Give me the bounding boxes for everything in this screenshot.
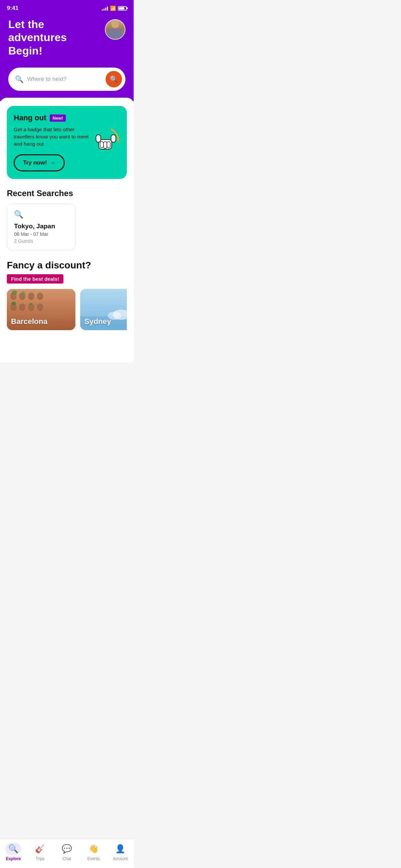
discount-section: Fancy a discount? Find the best deals!	[0, 250, 134, 331]
hangout-title: Hang out	[14, 113, 46, 122]
deal-barcelona-name: Barcelona	[11, 317, 47, 326]
battery-icon	[118, 6, 127, 11]
deal-card-barcelona[interactable]: Barcelona	[7, 289, 75, 330]
search-icon-left: 🔍	[15, 75, 24, 83]
card-dates: 06 Mar - 07 Mar	[14, 231, 68, 237]
search-placeholder[interactable]: Where to next?	[27, 76, 102, 83]
search-button[interactable]: 🔍	[106, 71, 122, 87]
svg-point-19	[29, 303, 33, 305]
svg-rect-2	[111, 135, 116, 142]
signal-icon	[102, 6, 108, 11]
hangout-banner: Hang out New! Get a badge that lets othe…	[7, 106, 127, 179]
avatar[interactable]	[105, 19, 125, 40]
search-bar[interactable]: 🔍 Where to next? 🔍	[8, 68, 125, 91]
hangout-description: Get a badge that lets other travellers k…	[14, 126, 89, 147]
deals-scroll[interactable]: Barcelona	[7, 289, 127, 331]
recent-search-card[interactable]: 🔍 Tokyo, Japan 06 Mar - 07 Mar 2 Guests	[7, 204, 75, 250]
svg-rect-10	[28, 292, 34, 300]
svg-point-16	[12, 290, 17, 294]
search-submit-icon: 🔍	[110, 75, 118, 83]
search-section: 🔍 Where to next? 🔍	[0, 68, 134, 101]
status-icons: 📶	[102, 5, 127, 11]
svg-rect-15	[37, 303, 43, 311]
deal-card-sydney[interactable]: Sydney	[80, 289, 127, 330]
svg-rect-13	[19, 303, 25, 311]
svg-rect-11	[37, 292, 43, 300]
card-search-icon: 🔍	[14, 210, 68, 219]
deals-badge[interactable]: Find the best deals!	[7, 274, 63, 284]
deal-sydney-name: Sydney	[84, 317, 111, 326]
discount-title: Fancy a discount?	[7, 260, 127, 271]
svg-rect-1	[96, 135, 101, 142]
svg-point-18	[11, 302, 16, 305]
svg-rect-5	[107, 142, 110, 148]
new-badge: New!	[50, 114, 66, 122]
svg-rect-3	[100, 142, 104, 148]
try-now-button[interactable]: Try now! →	[14, 154, 65, 171]
recent-searches-title: Recent Searches	[7, 189, 127, 198]
card-location: Tokyo, Japan	[14, 222, 68, 230]
shaka-icon	[93, 126, 120, 159]
header-title: Let the adventures Begin!	[8, 18, 105, 57]
recent-searches-section: Recent Searches 🔍 Tokyo, Japan 06 Mar - …	[0, 179, 134, 250]
svg-point-17	[21, 291, 25, 295]
header: Let the adventures Begin!	[0, 14, 134, 68]
hangout-title-row: Hang out New!	[14, 113, 89, 122]
svg-rect-4	[104, 142, 107, 148]
hangout-content: Hang out New! Get a badge that lets othe…	[14, 113, 89, 171]
status-bar: 9:41 📶	[0, 0, 134, 14]
main-content: Hang out New! Get a badge that lets othe…	[0, 98, 134, 362]
wifi-icon: 📶	[110, 5, 116, 11]
status-time: 9:41	[7, 5, 19, 12]
card-guests: 2 Guests	[14, 238, 68, 244]
